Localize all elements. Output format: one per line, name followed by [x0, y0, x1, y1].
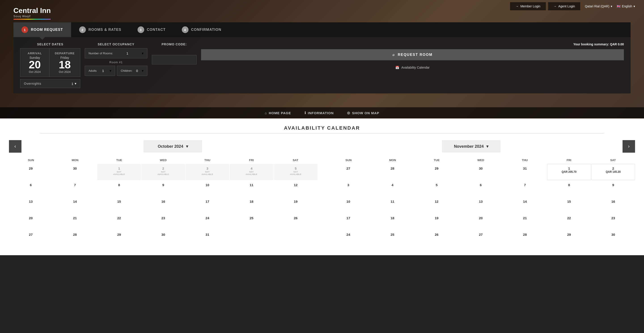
departure-date-box[interactable]: Departure Friday 18 Oct 2024: [50, 48, 80, 77]
list-item[interactable]: 3: [326, 181, 370, 197]
list-item[interactable]: 11: [230, 181, 273, 197]
adults-dropdown[interactable]: Adults 1 ▾: [85, 66, 115, 76]
list-item[interactable]: 18: [230, 197, 273, 213]
list-item[interactable]: 28: [53, 230, 96, 246]
cal-day-prev[interactable]: 29: [9, 164, 52, 180]
list-item[interactable]: 5: [415, 181, 458, 197]
october-month-selector[interactable]: October 2024 ▾: [144, 141, 202, 152]
cal-day-prev: 30: [459, 164, 502, 180]
list-item[interactable]: 30: [141, 230, 185, 246]
dates-section: Select Dates Arrival Sunday 20 Oct 2024 …: [20, 42, 80, 88]
step-tab-1[interactable]: 1 ROOM REQUEST: [14, 22, 71, 37]
agent-login-button[interactable]: → Agent Login: [548, 2, 580, 10]
step-tab-3[interactable]: 3 CONTACT: [130, 22, 174, 37]
nav-map[interactable]: ◎ SHOW ON MAP: [347, 111, 379, 115]
list-item[interactable]: 27: [9, 230, 52, 246]
list-item[interactable]: 9: [592, 181, 635, 197]
list-item[interactable]: 21: [503, 214, 547, 230]
logo[interactable]: Central Inn Souq Waqif: [14, 7, 51, 20]
overnights-dropdown[interactable]: 1 ▾: [72, 82, 76, 86]
list-item[interactable]: 19: [415, 214, 458, 230]
list-item[interactable]: 23: [592, 214, 635, 230]
list-item[interactable]: 24: [326, 230, 370, 246]
list-item[interactable]: 7: [503, 181, 547, 197]
list-item[interactable]: 20: [459, 214, 502, 230]
weekday-thu: THU: [185, 157, 230, 163]
list-item[interactable]: 5NOTAVAILABLE: [274, 164, 318, 180]
children-label: Children:: [121, 69, 132, 72]
list-item[interactable]: 2NOTAVAILABLE: [141, 164, 185, 180]
list-item[interactable]: 10: [186, 181, 229, 197]
list-item[interactable]: 4NOTAVAILABLE: [230, 164, 273, 180]
list-item[interactable]: 16: [592, 197, 635, 213]
list-item[interactable]: 14: [53, 197, 96, 213]
list-item[interactable]: 25: [230, 214, 273, 230]
list-item[interactable]: 14: [503, 197, 547, 213]
list-item[interactable]: 17: [326, 214, 370, 230]
list-item[interactable]: 15: [97, 197, 141, 213]
list-item[interactable]: 11: [370, 197, 414, 213]
list-item[interactable]: 29: [547, 230, 591, 246]
list-item[interactable]: 28: [503, 230, 547, 246]
list-item[interactable]: 4: [370, 181, 414, 197]
list-item[interactable]: 10: [326, 197, 370, 213]
list-item[interactable]: 25: [370, 230, 414, 246]
list-item[interactable]: 12: [415, 197, 458, 213]
list-item[interactable]: 1QAR 205.70: [547, 164, 591, 180]
list-item[interactable]: 29: [97, 230, 141, 246]
step-tab-2[interactable]: 2 ROOMS & RATES: [71, 22, 130, 37]
november-month-selector[interactable]: November 2024 ▾: [442, 141, 500, 152]
list-item[interactable]: 15: [547, 197, 591, 213]
list-item[interactable]: 18: [370, 214, 414, 230]
list-item[interactable]: 16: [141, 197, 185, 213]
list-item[interactable]: 2QAR 145.20: [592, 164, 635, 180]
booking-body: Select Dates Arrival Sunday 20 Oct 2024 …: [14, 37, 630, 93]
member-login-button[interactable]: → Member Login: [510, 2, 546, 10]
list-item[interactable]: 9: [141, 181, 185, 197]
list-item[interactable]: 27: [459, 230, 502, 246]
list-item[interactable]: 22: [97, 214, 141, 230]
list-item[interactable]: 8: [547, 181, 591, 197]
arrival-date-box[interactable]: Arrival Sunday 20 Oct 2024: [20, 48, 50, 77]
list-item[interactable]: 20: [9, 214, 52, 230]
list-item[interactable]: 8: [97, 181, 141, 197]
list-item[interactable]: 26: [415, 230, 458, 246]
nav-information[interactable]: ℹ INFORMATION: [304, 111, 334, 115]
list-item[interactable]: 7: [53, 181, 96, 197]
calendar-prev-button[interactable]: ‹: [9, 140, 22, 153]
list-item[interactable]: 30: [592, 230, 635, 246]
list-item[interactable]: 13: [9, 197, 52, 213]
children-dropdown[interactable]: Children: 0 ▾: [117, 66, 147, 76]
agent-icon: →: [554, 4, 556, 8]
list-item[interactable]: 26: [274, 214, 318, 230]
list-item[interactable]: 3NOTAVAILABLE: [186, 164, 229, 180]
list-item[interactable]: 21: [53, 214, 96, 230]
list-item[interactable]: 23: [141, 214, 185, 230]
nav-home[interactable]: ⌂ HOME PAGE: [265, 111, 291, 115]
availability-calendar-button[interactable]: 📅 Availability Calendar: [201, 63, 624, 71]
language-selector[interactable]: 🇬🇧 English ▾: [617, 4, 635, 8]
request-room-button[interactable]: ⌕ REQUEST ROOM: [201, 49, 624, 60]
list-item[interactable]: 17: [186, 197, 229, 213]
step-tab-4[interactable]: 4 CONFIRMATION: [174, 22, 230, 37]
list-item[interactable]: 6: [459, 181, 502, 197]
cal-day-prev[interactable]: 30: [53, 164, 96, 180]
list-item[interactable]: 24: [186, 214, 229, 230]
october-weekdays: SUN MON TUE WED THU FRI SAT: [9, 157, 318, 163]
list-item[interactable]: 1NOTAVAILABLE: [97, 164, 141, 180]
cal-day-prev: 31: [503, 164, 547, 180]
map-icon: ◎: [347, 111, 350, 115]
list-item[interactable]: 31: [186, 230, 229, 246]
step-label-2: ROOMS & RATES: [88, 28, 122, 32]
list-item[interactable]: 6: [9, 181, 52, 197]
weekday-thu: THU: [503, 157, 547, 163]
rooms-dropdown[interactable]: Number of Rooms: 1 ▾: [85, 48, 147, 58]
list-item[interactable]: 19: [274, 197, 318, 213]
calendar-next-button[interactable]: ›: [622, 140, 635, 153]
list-item[interactable]: 12: [274, 181, 318, 197]
list-item[interactable]: 13: [459, 197, 502, 213]
promo-code-input[interactable]: [152, 55, 196, 64]
list-item[interactable]: 22: [547, 214, 591, 230]
login-icon: →: [516, 4, 518, 8]
currency-selector[interactable]: Qatari Rial (QAR) ▾: [585, 4, 612, 8]
